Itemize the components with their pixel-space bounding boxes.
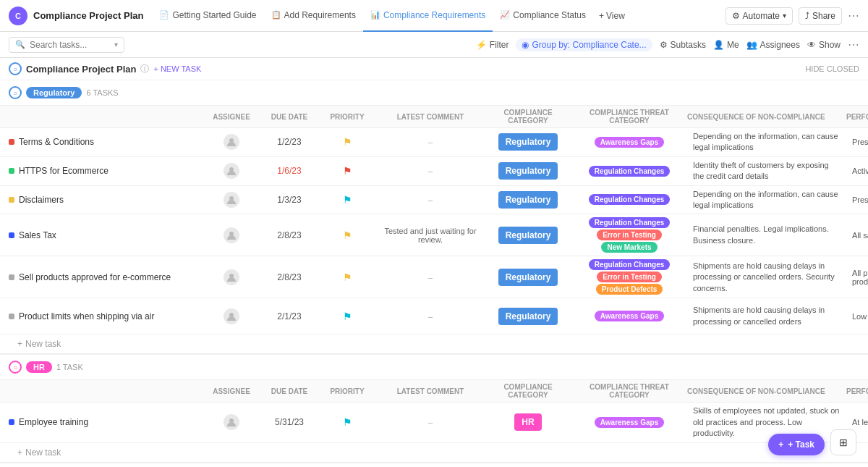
app-logo: C [9, 7, 27, 25]
compliance-cat: Regulatory [485, 133, 571, 151]
show-button[interactable]: 👁 Show [807, 40, 841, 50]
task-row[interactable]: Disclaimers 1/3/23 ⚑ – Regulatory Regula… [0, 186, 868, 215]
task-name: Employee training [19, 417, 88, 427]
assignees-button[interactable]: 👥 Assignees [746, 40, 800, 50]
regulatory-task-count: 6 TASKS [86, 88, 118, 97]
automate-icon: ⚙ [732, 11, 740, 21]
col-priority: PRIORITY [318, 113, 376, 121]
task-row[interactable]: Sales Tax 2/8/23 ⚑ Tested and just waiti… [0, 214, 868, 256]
task-color-dot [9, 168, 14, 174]
task-row[interactable]: Sell products approved for e-commerce 2/… [0, 256, 868, 298]
hr-toggle[interactable]: ○ [9, 361, 22, 374]
section-toggle-main[interactable]: ○ [9, 62, 22, 75]
consequence: Depending on the information, can cause … [687, 186, 846, 214]
consequence: Shipments are hold causing delays in pro… [687, 302, 846, 330]
info-icon: ⓘ [140, 63, 149, 75]
task-name-cell: Sales Tax [0, 227, 203, 243]
share-button[interactable]: ⤴ Share [799, 7, 842, 25]
task-color-dot [9, 139, 14, 145]
subtasks-button[interactable]: ⚙ Subtasks [660, 40, 706, 50]
tab-add-requirements[interactable]: 📋 Add Requirements [264, 0, 363, 32]
regulatory-toggle[interactable]: ○ [9, 86, 22, 99]
task-duedate: 2/1/23 [260, 311, 318, 321]
task-row[interactable]: Employee training 5/31/23 ⚑ – HR Awarene… [0, 403, 868, 442]
perform: All sales include sale... [846, 228, 868, 243]
task-row[interactable]: Terms & Conditions 1/2/23 ⚑ – Regulatory… [0, 128, 868, 157]
perform: Presence of Disclaim... [846, 193, 868, 207]
task-assignee [203, 192, 260, 208]
tab-compliance-status[interactable]: 📈 Compliance Status [493, 0, 593, 32]
col-assignee: ASSIGNEE [203, 113, 260, 121]
task-name: Terms & Conditions [19, 137, 94, 147]
trend-icon: 📈 [500, 10, 510, 20]
col-priority-hr: PRIORITY [318, 387, 376, 395]
consequence: Identity theft of customers by exposing … [687, 157, 846, 185]
new-task-button[interactable]: + NEW TASK [153, 64, 201, 73]
threat-cat: Regulation Changes Error in Testing Prod… [571, 256, 687, 298]
search-input[interactable] [30, 40, 110, 50]
compliance-cat: Regulatory [485, 162, 571, 180]
person-icon: 👤 [713, 40, 724, 50]
consequence: Financial penalties. Legal implications.… [687, 221, 846, 249]
more-options-button[interactable]: ⋯ [848, 9, 859, 22]
data-section-header: ○ Data 4 TASKS [0, 463, 868, 467]
grid-button[interactable]: ⊞ [830, 429, 856, 455]
page-header-row: ○ Compliance Project Plan ⓘ + NEW TASK H… [0, 58, 868, 80]
task-duedate: 1/3/23 [260, 195, 318, 205]
hr-section-header: ○ HR 1 TASK [0, 355, 868, 380]
header: C Compliance Project Plan 📄 Getting Star… [0, 0, 868, 32]
tab-getting-started-label: Getting Started Guide [172, 10, 256, 20]
task-color-dot [9, 419, 14, 425]
add-view-button[interactable]: + View [593, 0, 631, 32]
task-row[interactable]: Product limits when shipping via air 2/1… [0, 298, 868, 335]
hr-task-count: 1 TASK [56, 363, 83, 371]
show-label: Show [819, 40, 841, 50]
task-comment: – [376, 195, 485, 204]
plus-icon: + [599, 11, 604, 21]
automate-button[interactable]: ⚙ Automate ▾ [726, 7, 793, 25]
col-latest-comment: LATEST COMMENT [376, 113, 485, 121]
more-options-toolbar[interactable]: ⋯ [848, 38, 859, 51]
perform: Low to none returns via air constraint [846, 309, 868, 324]
threat-cat: Awareness Gaps [571, 134, 687, 151]
regulatory-badge: Regulatory [26, 87, 82, 98]
task-name-cell: Employee training [0, 414, 203, 430]
data-group: ○ Data 4 TASKS ASSIGNEE DUE DATE PRIORIT… [0, 463, 868, 467]
task-assignee [203, 163, 260, 179]
doc-icon: 📄 [159, 10, 169, 20]
task-name: Sales Tax [19, 230, 56, 240]
task-name-cell: HTTPS for Ecommerce [0, 163, 203, 179]
automate-label: Automate [743, 11, 780, 21]
grid-icon: ⊞ [839, 437, 848, 448]
regulatory-col-headers: ASSIGNEE DUE DATE PRIORITY LATEST COMMEN… [0, 106, 868, 128]
threat-cat: Awareness Gaps [571, 308, 687, 324]
search-box[interactable]: 🔍 ▾ [9, 37, 124, 53]
col-consequence-hr: CONSEQUENCE OF NON-COMPLIANCE [687, 387, 846, 395]
filter-button[interactable]: ⚡ Filter [476, 40, 509, 50]
task-duedate: 5/31/23 [260, 417, 318, 427]
tab-getting-started[interactable]: 📄 Getting Started Guide [152, 0, 263, 32]
tab-compliance-status-label: Compliance Status [513, 10, 586, 20]
task-row[interactable]: HTTPS for Ecommerce 1/6/23 ⚑ – Regulator… [0, 157, 868, 186]
tab-compliance-requirements[interactable]: 📊 Compliance Requirements [363, 0, 493, 32]
task-priority: ⚑ [318, 165, 376, 177]
me-button[interactable]: 👤 Me [713, 40, 739, 50]
task-fab[interactable]: + + Task [768, 434, 825, 455]
hide-closed-button[interactable]: HIDE CLOSED [805, 64, 859, 73]
regulatory-section-header: ○ Regulatory 6 TASKS [0, 80, 868, 106]
chart-icon: 📊 [370, 10, 380, 20]
new-task-row-hr[interactable]: + New task [0, 443, 868, 462]
task-priority: ⚑ [318, 311, 376, 322]
task-name-cell: Disclaimers [0, 192, 203, 208]
consequence: Depending on the information, can cause … [687, 128, 846, 156]
subtasks-icon: ⚙ [660, 40, 668, 50]
col-compliance-category: COMPLIANCE CATEGORY [485, 109, 571, 125]
task-priority: ⚑ [318, 136, 376, 148]
compliance-cat: Regulatory [485, 308, 571, 325]
new-task-row-regulatory[interactable]: + New task [0, 335, 868, 353]
subtasks-label: Subtasks [671, 40, 706, 50]
new-task-label: New task [25, 339, 61, 349]
col-comment-hr: LATEST COMMENT [376, 387, 485, 395]
group-by-button[interactable]: ◉ Group by: Compliance Cate... [516, 38, 652, 51]
regulatory-group: ○ Regulatory 6 TASKS ASSIGNEE DUE DATE P… [0, 80, 868, 355]
